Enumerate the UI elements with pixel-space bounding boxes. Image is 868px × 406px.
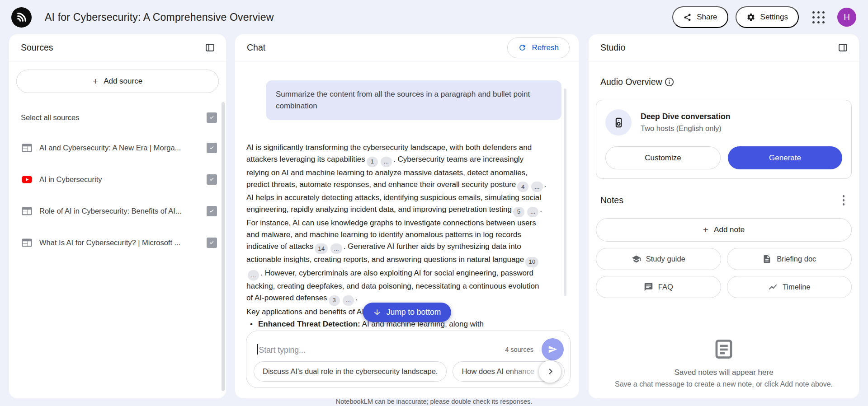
chat-panel-header: Chat Refresh xyxy=(235,34,579,61)
studio-panel-header: Studio xyxy=(589,34,859,61)
sources-panel-header: Sources xyxy=(9,34,226,61)
avatar[interactable]: H xyxy=(837,8,856,27)
web-source-icon xyxy=(21,205,33,217)
add-note-button[interactable]: + Add note xyxy=(596,218,852,242)
source-checkbox[interactable] xyxy=(207,174,217,185)
source-title: What Is AI for Cybersecurity? | Microsof… xyxy=(39,238,200,247)
chevron-right-icon xyxy=(545,367,555,377)
web-source-icon xyxy=(21,237,33,249)
audio-overview-info-button[interactable] xyxy=(662,75,676,89)
sources-count-label: 4 sources xyxy=(505,346,533,353)
studio-panel-title: Studio xyxy=(600,42,625,53)
google-apps-icon[interactable] xyxy=(812,11,825,23)
notebook-title[interactable]: AI for Cybersecurity: A Comprehensive Ov… xyxy=(45,11,274,23)
web-source-icon xyxy=(21,142,33,154)
saved-notes-icon xyxy=(712,337,736,361)
select-all-checkbox[interactable] xyxy=(207,112,217,123)
suggestion-chip[interactable]: Discuss AI's dual role in the cybersecur… xyxy=(254,361,447,382)
share-icon xyxy=(683,13,692,22)
sources-scrollbar[interactable] xyxy=(222,102,225,391)
briefing-doc-icon xyxy=(762,254,772,264)
study-guide-button[interactable]: Study guide xyxy=(596,248,721,270)
citation-chip[interactable]: 1 xyxy=(367,157,378,167)
notes-menu-button[interactable] xyxy=(839,193,849,207)
citation-chip[interactable]: 5 xyxy=(513,207,524,217)
source-row[interactable]: What Is AI for Cybersecurity? | Microsof… xyxy=(9,227,226,258)
generate-button[interactable]: Generate xyxy=(728,146,842,169)
refresh-button[interactable]: Refresh xyxy=(507,37,570,58)
citation-chip[interactable]: 3 xyxy=(329,295,340,306)
study-guide-label: Study guide xyxy=(646,255,685,263)
source-row[interactable]: Role of AI in Cybersecurity: Benefits of… xyxy=(9,195,226,227)
sources-panel-title: Sources xyxy=(21,42,53,53)
chat-panel-title: Chat xyxy=(247,42,265,53)
empty-state-line1: Saved notes will appear here xyxy=(589,368,859,377)
bullet-bold-text: Enhanced Threat Detection: xyxy=(258,320,360,328)
study-guide-icon xyxy=(632,254,641,264)
send-button[interactable] xyxy=(542,338,564,360)
notebooklm-app: AI for Cybersecurity: A Comprehensive Ov… xyxy=(0,0,868,406)
next-suggestions-button[interactable] xyxy=(539,360,561,383)
source-row[interactable]: AI in Cybersecurity xyxy=(9,163,226,195)
header-actions: Share Settings H xyxy=(672,6,856,28)
disclaimer-text: NotebookLM can be inaccurate; please dou… xyxy=(0,398,868,405)
faq-label: FAQ xyxy=(658,283,673,291)
citation-more-chip[interactable]: ... xyxy=(330,243,342,254)
typing-row: Start typing... 4 sources xyxy=(246,331,570,360)
citation-more-chip[interactable]: ... xyxy=(248,270,259,280)
citation-more-chip[interactable]: ... xyxy=(381,157,392,167)
customize-button[interactable]: Customize xyxy=(605,146,721,169)
citation-more-chip[interactable]: ... xyxy=(527,207,538,217)
response-paragraph: AI is significantly transforming the cyb… xyxy=(246,142,547,306)
settings-button[interactable]: Settings xyxy=(736,6,799,28)
share-button[interactable]: Share xyxy=(672,6,728,28)
text-caret xyxy=(257,344,258,355)
deep-dive-texts: Deep Dive conversation Two hosts (Englis… xyxy=(641,109,730,133)
audio-avatar xyxy=(605,109,632,135)
source-checkbox[interactable] xyxy=(207,238,217,248)
user-prompt-bubble: Summarize the content from all the sourc… xyxy=(266,80,561,120)
briefing-doc-button[interactable]: Briefing doc xyxy=(727,248,852,270)
timeline-label: Timeline xyxy=(783,283,811,291)
deep-dive-buttons: Customize Generate xyxy=(605,146,842,169)
deep-dive-card: Deep Dive conversation Two hosts (Englis… xyxy=(596,100,852,179)
refresh-icon xyxy=(518,43,527,52)
citation-more-chip[interactable]: ... xyxy=(343,295,354,306)
select-all-label: Select all sources xyxy=(21,113,79,122)
source-checkbox[interactable] xyxy=(207,206,217,216)
citation-chip[interactable]: 4 xyxy=(517,182,528,192)
source-title: AI and Cybersecurity: A New Era | Morga.… xyxy=(39,144,200,152)
top-header: AI for Cybersecurity: A Comprehensive Ov… xyxy=(0,0,868,34)
collapse-sources-panel-button[interactable] xyxy=(203,41,217,55)
add-source-button[interactable]: + Add source xyxy=(16,70,219,93)
chat-panel: Chat Refresh Summarize the content from … xyxy=(235,34,579,398)
source-checkbox[interactable] xyxy=(207,143,217,153)
check-icon xyxy=(208,176,216,183)
youtube-source-icon xyxy=(21,173,33,186)
speaker-icon xyxy=(613,117,625,129)
audio-overview-row: Audio Overview xyxy=(600,75,848,89)
citation-chip[interactable]: 14 xyxy=(315,243,328,254)
plus-icon: + xyxy=(703,224,708,235)
chat-input[interactable]: Start typing... xyxy=(257,344,505,355)
jump-to-bottom-button[interactable]: Jump to bottom xyxy=(363,303,451,322)
check-icon xyxy=(208,207,216,215)
chat-scrollbar[interactable] xyxy=(564,89,566,296)
collapse-studio-panel-button[interactable] xyxy=(836,41,850,55)
response-text: . However, cybercriminals are also explo… xyxy=(246,269,539,303)
input-placeholder: Start typing... xyxy=(259,345,306,355)
notebooklm-logo-icon xyxy=(11,7,32,28)
notes-header: Notes xyxy=(600,193,848,207)
deep-dive-title: Deep Dive conversation xyxy=(641,112,730,121)
faq-button[interactable]: FAQ xyxy=(596,276,721,298)
notes-title: Notes xyxy=(600,195,623,205)
timeline-button[interactable]: Timeline xyxy=(727,276,852,298)
citation-more-chip[interactable]: ... xyxy=(531,182,542,192)
sources-panel: Sources + Add source Select all sources … xyxy=(9,34,226,398)
response-text: . xyxy=(355,294,358,302)
settings-label: Settings xyxy=(760,13,788,22)
citation-chip[interactable]: 10 xyxy=(525,257,538,267)
source-row[interactable]: AI and Cybersecurity: A New Era | Morga.… xyxy=(9,132,226,163)
check-icon xyxy=(208,114,216,121)
deep-dive-subtitle: Two hosts (English only) xyxy=(641,124,730,133)
